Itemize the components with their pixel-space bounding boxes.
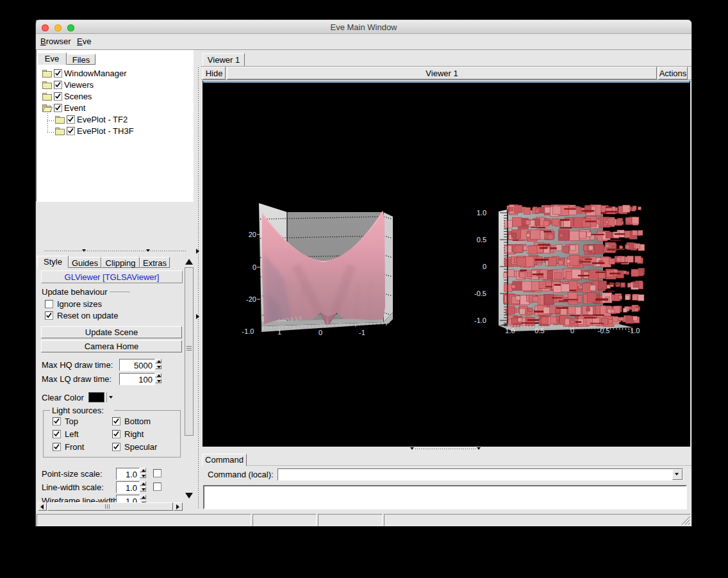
svg-text:-1: -1 [359, 329, 365, 336]
svg-text:0.5: 0.5 [534, 327, 544, 334]
svg-text:0: 0 [252, 263, 256, 271]
svg-text:-1.0: -1.0 [242, 327, 254, 335]
svg-text:-1.0: -1.0 [628, 327, 640, 334]
svg-text:1.0: 1.0 [505, 327, 515, 334]
svg-text:20: 20 [249, 231, 256, 238]
svg-text:0: 0 [570, 327, 574, 334]
svg-text:1: 1 [277, 328, 281, 336]
svg-text:-0.5: -0.5 [598, 327, 610, 334]
svg-text:-1.0: -1.0 [474, 317, 486, 324]
svg-text:-20: -20 [246, 295, 256, 303]
svg-text:0.5: 0.5 [477, 236, 486, 244]
svg-text:0: 0 [318, 329, 322, 336]
svg-text:0: 0 [483, 263, 486, 270]
svg-text:1.0: 1.0 [477, 209, 486, 217]
svg-text:-0.5: -0.5 [474, 290, 486, 297]
